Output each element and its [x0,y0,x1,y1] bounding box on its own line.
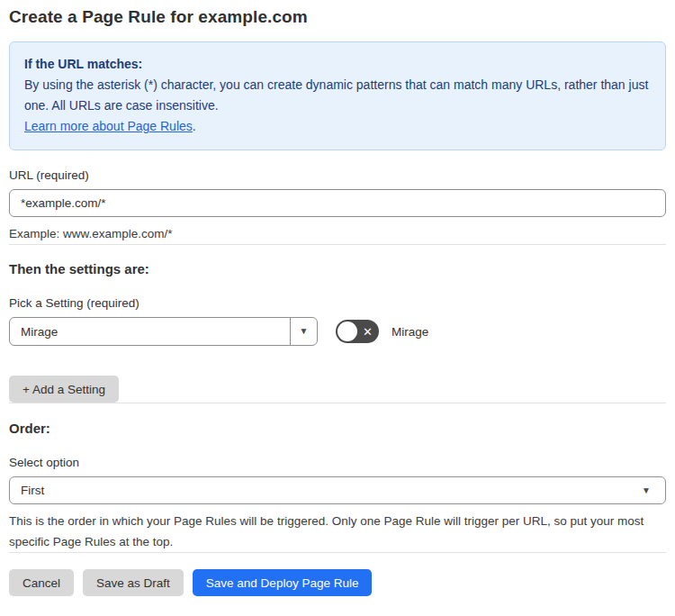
order-select-value: First [21,484,44,497]
setting-select-value: Mirage [10,318,290,345]
order-helper-text: This is the order in which your Page Rul… [9,511,666,552]
chevron-down-icon: ▼ [300,327,309,336]
mirage-toggle-label: Mirage [392,325,428,339]
section-divider [9,403,666,403]
page-rule-form: Create a Page Rule for example.com If th… [0,0,675,596]
info-box-heading: If the URL matches: [24,54,651,75]
section-divider [9,552,666,553]
info-box-body: By using the asterisk (*) character, you… [24,75,651,116]
info-box-link-line: Learn more about Page Rules. [24,116,651,137]
setting-select-arrow-button[interactable]: ▼ [290,318,317,345]
cross-icon: ✕ [363,326,373,338]
order-select[interactable]: First ▼ [9,476,666,504]
settings-heading: Then the settings are: [9,261,666,276]
url-label: URL (required) [9,168,666,182]
toggle-knob [338,322,357,341]
url-match-info-box: If the URL matches: By using the asteris… [9,41,666,150]
form-actions: Cancel Save as Draft Save and Deploy Pag… [9,569,666,596]
chevron-down-icon: ▼ [642,486,654,495]
mirage-toggle[interactable]: ✕ [336,320,379,343]
page-title: Create a Page Rule for example.com [9,7,666,27]
url-input[interactable] [9,189,666,217]
order-heading: Order: [9,421,666,436]
cancel-button[interactable]: Cancel [9,569,74,596]
mirage-toggle-group: ✕ Mirage [336,320,428,343]
pick-setting-label: Pick a Setting (required) [9,296,666,310]
section-divider [9,244,666,245]
setting-select[interactable]: Mirage ▼ [9,317,318,346]
save-deploy-button[interactable]: Save and Deploy Page Rule [193,569,373,596]
order-select-label: Select option [9,456,666,469]
link-period: . [193,119,196,133]
add-setting-button[interactable]: + Add a Setting [9,376,119,403]
learn-more-link[interactable]: Learn more about Page Rules [24,119,193,133]
setting-row: Mirage ▼ ✕ Mirage [9,317,666,346]
url-helper-text: Example: www.example.com/* [9,223,666,244]
save-draft-button[interactable]: Save as Draft [83,569,184,596]
